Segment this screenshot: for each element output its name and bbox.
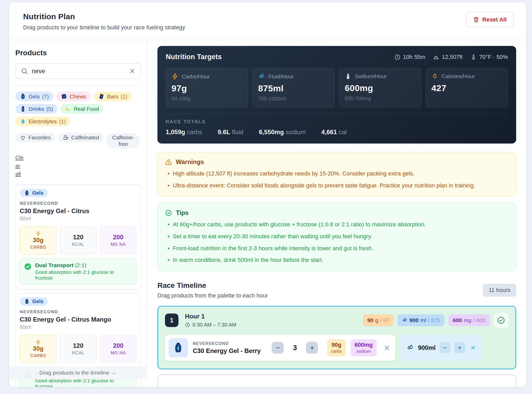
clear-all-link[interactable]: Clear all xyxy=(15,153,26,178)
reset-all-button[interactable]: Reset All xyxy=(466,12,514,27)
search-icon xyxy=(21,67,28,75)
target-range: 500-700mg xyxy=(345,96,416,101)
filter-chip-chews[interactable]: Chews xyxy=(56,92,91,101)
search-clear-button[interactable] xyxy=(129,68,136,74)
coffee-icon xyxy=(63,134,69,141)
chew-icon xyxy=(61,93,67,100)
product-card[interactable]: Gels NEVERSECOND C30 Energy Gel - Citrus… xyxy=(15,185,141,289)
nutrition-targets-panel: Nutrition Targets 10h 55m 12,507ft 70 xyxy=(157,46,516,144)
category-label: Gels xyxy=(32,298,43,304)
tip-item: In warm conditions, drink 500ml in the h… xyxy=(165,256,509,264)
filter-chip-bars[interactable]: Bars (1) xyxy=(94,92,132,101)
race-totals-label: RACE TOTALS xyxy=(166,119,508,125)
kcal-stat: 120 KCAL xyxy=(60,335,97,363)
bolt-icon xyxy=(171,73,178,80)
tip-item: Front-load nutrition in the first 2-3 ho… xyxy=(165,244,509,252)
filter-chip-gels[interactable]: Gels (7) xyxy=(15,92,53,101)
feature-ratio: (2:1) xyxy=(75,262,86,268)
feature-description: Good absorption with 2:1 glucose to fruc… xyxy=(35,378,132,387)
kcal-unit: KCAL xyxy=(72,350,84,356)
carbs-stat: 30g CARBS xyxy=(20,226,57,254)
droplets-icon xyxy=(258,73,265,80)
feature-description: Good absorption with 2:1 glucose to fruc… xyxy=(35,269,132,281)
filter-chip-drinks[interactable]: Drinks (5) xyxy=(15,104,57,114)
product-stats: 30g CARBS 120 KCAL 200 MG NA xyxy=(20,226,137,254)
product-text: NEVERSECOND C30 Energy Gel - Berry xyxy=(193,341,261,355)
products-sidebar: Products Gels (7) xyxy=(9,40,147,387)
dual-transport-note: Dual Transport (2:1) Good absorption wit… xyxy=(20,259,137,284)
salt-shaker-icon xyxy=(345,73,351,80)
filter-chip-electrolytes[interactable]: Electrolytes (1) xyxy=(15,117,70,126)
sodium-stat: 200 MG NA xyxy=(100,335,137,363)
hour-fluid-control[interactable]: 900ml − + ✕ xyxy=(401,335,482,361)
carbs-unit: CARBS xyxy=(30,245,46,250)
tips-list: At 60g+/hour carbs, use products with gl… xyxy=(165,221,509,264)
product-search[interactable] xyxy=(15,63,141,79)
filter-chip-favorites[interactable]: Favorites xyxy=(15,133,55,142)
fluid-increase-button[interactable]: + xyxy=(454,342,465,353)
filter-chip-caffeinated[interactable]: Caffeinated xyxy=(58,133,103,142)
search-input[interactable] xyxy=(32,67,125,75)
main-content: Nutrition Targets 10h 55m 12,507ft 70 xyxy=(147,40,526,387)
target-label: Fluid/Hour xyxy=(269,73,294,80)
hour-1-card[interactable]: 1 Hour 1 6:30 AM – 7:30 AM 90g/ 97 900ml… xyxy=(157,306,516,369)
target-label: Calories/Hour xyxy=(442,73,475,79)
target-value: 427 xyxy=(431,83,502,93)
timeline-header: Race Timeline Drag products from the pal… xyxy=(157,281,516,299)
filter-count: (1) xyxy=(121,93,127,100)
product-size: 60ml xyxy=(20,324,137,330)
sidebar-footer-hint: Drag products to the timeline → xyxy=(9,366,147,379)
target-label: Sodium/Hour xyxy=(355,73,387,79)
filter-label: Drinks xyxy=(29,106,44,112)
mountain-icon xyxy=(433,54,439,60)
target-value: 875ml xyxy=(258,83,329,93)
carbs-unit: CARBS xyxy=(30,353,46,358)
hour-carbs-badge: 90g/ 97 xyxy=(363,314,394,326)
page-header: Nutrition Plan Drag products to your tim… xyxy=(9,2,526,40)
filter-label: Chews xyxy=(70,93,86,100)
clock-icon xyxy=(185,322,190,328)
hour-2-drop-zone[interactable] xyxy=(157,374,516,387)
warnings-title: Warnings xyxy=(176,158,204,166)
race-weather-value: 70°F · 50% xyxy=(479,54,508,60)
quantity-increase-button[interactable]: + xyxy=(306,342,318,354)
carbs-stat: 30g CARBS xyxy=(20,335,57,363)
product-name: C30 Energy Gel - Citrus xyxy=(20,207,137,215)
filter-label: Electrolytes xyxy=(29,118,57,125)
race-totals: 1,059g carbs 9.6L fluid 6,550mg sodium 4… xyxy=(166,128,508,136)
remove-fluid-button[interactable]: ✕ xyxy=(470,344,476,352)
timeline-product-item[interactable]: NEVERSECOND C30 Energy Gel - Berry − 3 +… xyxy=(165,335,395,361)
check-circle-icon xyxy=(24,263,32,270)
sodium-unit: MG NA xyxy=(111,242,126,247)
category-badge: Gels xyxy=(20,189,48,197)
sodium-value: 200 xyxy=(113,342,123,349)
page-title: Nutrition Plan xyxy=(23,12,185,21)
product-brand: NEVERSECOND xyxy=(193,341,261,346)
warnings-panel: Warnings High altitude (12,507 ft) incre… xyxy=(157,152,516,196)
check-circle-icon xyxy=(165,209,172,216)
target-range: 750-1000ml xyxy=(258,96,329,102)
filter-label: Caffeine-free xyxy=(111,134,136,147)
fluid-decrease-button[interactable]: − xyxy=(440,342,450,353)
filter-chip-real-food[interactable]: Real Food xyxy=(61,104,103,114)
race-weather: 70°F · 50% xyxy=(470,54,508,60)
reset-all-label: Reset All xyxy=(482,16,507,23)
kcal-unit: KCAL xyxy=(72,242,84,247)
category-filters: Gels (7) Chews Bars (1) Drinks (5) xyxy=(15,86,141,132)
product-image xyxy=(169,338,188,357)
race-elevation: 12,507ft xyxy=(433,54,463,60)
product-size: 60ml xyxy=(20,216,137,222)
kcal-value: 120 xyxy=(73,234,83,241)
products-title: Products xyxy=(15,49,141,57)
feature-title: Dual Transport xyxy=(35,262,74,268)
remove-item-button[interactable]: ✕ xyxy=(384,343,390,352)
gel-icon xyxy=(172,342,184,354)
filter-chip-caffeine-free[interactable]: Caffeine-free xyxy=(107,133,140,148)
race-elevation-value: 12,507ft xyxy=(442,54,463,60)
fluid-target-card: Fluid/Hour 875ml 750-1000ml xyxy=(252,68,335,107)
droplet-icon xyxy=(20,118,26,125)
target-value: 600mg xyxy=(345,83,416,93)
tips-title: Tips xyxy=(176,209,189,216)
quantity-decrease-button[interactable]: − xyxy=(272,342,284,354)
heart-icon xyxy=(20,134,26,141)
